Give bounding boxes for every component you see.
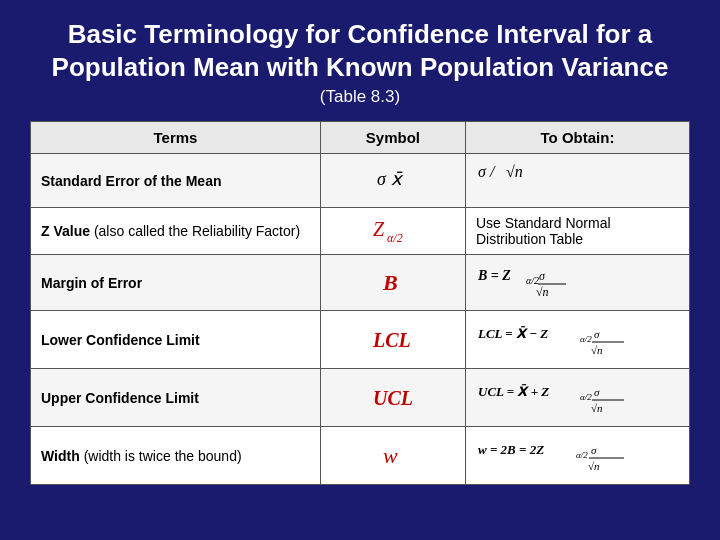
svg-text:w = 2B = 2Z: w = 2B = 2Z <box>478 442 544 457</box>
sigma-sqrt-n-icon: σ / √n <box>476 161 546 197</box>
term-cell: Margin of Error <box>31 255 321 311</box>
svg-text:Z: Z <box>373 218 385 240</box>
table-row: Standard Error of the Mean σ x̄ σ / √n <box>31 154 690 208</box>
terminology-table: Terms Symbol To Obtain: Standard Error o… <box>30 121 690 485</box>
svg-text:√n: √n <box>591 344 603 356</box>
symbol-cell: B <box>320 255 465 311</box>
svg-text:B = Z: B = Z <box>477 268 511 283</box>
slide-subtitle: (Table 8.3) <box>320 87 400 107</box>
z-alpha2-icon: Z α/2 <box>371 214 415 246</box>
obtain-cell: UCL = X̄ + Z α/2 σ √n <box>465 369 689 427</box>
svg-text:UCL = X̄ + Z: UCL = X̄ + Z <box>478 384 549 399</box>
UCL-formula-icon: UCL = X̄ + Z α/2 σ √n <box>476 376 636 416</box>
svg-text:σ: σ <box>539 269 546 283</box>
svg-text:√n: √n <box>591 402 603 414</box>
svg-text:√n: √n <box>588 460 600 472</box>
svg-text:w: w <box>383 443 398 468</box>
LCL-formula-icon: LCL = X̄ − Z α/2 σ √n <box>476 318 636 358</box>
obtain-cell: w = 2B = 2Z α/2 σ √n <box>465 427 689 485</box>
UCL-icon: UCL <box>371 381 415 411</box>
term-cell: Width (width is twice the bound) <box>31 427 321 485</box>
sigma-xbar-icon: σ x̄ <box>375 165 411 193</box>
svg-text:σ: σ <box>594 328 600 340</box>
term-cell: Z Value (also called the Reliability Fac… <box>31 208 321 255</box>
symbol-cell: UCL <box>320 369 465 427</box>
term-cell: Upper Confidence Limit <box>31 369 321 427</box>
svg-text:α/2: α/2 <box>576 450 588 460</box>
w-icon: w <box>381 439 405 469</box>
svg-text:α/2: α/2 <box>387 231 403 245</box>
term-cell: Lower Confidence Limit <box>31 311 321 369</box>
table-row: Margin of Error B B = Z α/2 σ √n <box>31 255 690 311</box>
table-row: Upper Confidence Limit UCL UCL = X̄ + Z … <box>31 369 690 427</box>
obtain-cell: σ / √n <box>465 154 689 208</box>
svg-text:σ /: σ / <box>478 163 496 180</box>
symbol-cell: Z α/2 <box>320 208 465 255</box>
table-row: Width (width is twice the bound) w w = 2… <box>31 427 690 485</box>
svg-text:σ: σ <box>377 169 387 189</box>
header-symbol: Symbol <box>320 122 465 154</box>
table-row: Z Value (also called the Reliability Fac… <box>31 208 690 255</box>
term-cell: Standard Error of the Mean <box>31 154 321 208</box>
w-formula-icon: w = 2B = 2Z α/2 σ √n <box>476 434 651 474</box>
svg-text:σ: σ <box>594 386 600 398</box>
header-terms: Terms <box>31 122 321 154</box>
svg-text:LCL: LCL <box>372 329 411 351</box>
obtain-cell: B = Z α/2 σ √n <box>465 255 689 311</box>
symbol-cell: w <box>320 427 465 485</box>
symbol-cell: σ x̄ <box>320 154 465 208</box>
svg-text:B: B <box>382 270 398 295</box>
svg-text:α/2: α/2 <box>580 392 592 402</box>
table-row: Lower Confidence Limit LCL LCL = X̄ − Z … <box>31 311 690 369</box>
svg-text:x̄: x̄ <box>391 169 404 189</box>
B-icon: B <box>381 266 405 296</box>
symbol-cell: LCL <box>320 311 465 369</box>
slide: Basic Terminology for Confidence Interva… <box>0 0 720 540</box>
obtain-cell: LCL = X̄ − Z α/2 σ √n <box>465 311 689 369</box>
obtain-text: Use Standard Normal Distribution Table <box>476 215 611 247</box>
svg-text:LCL = X̄ − Z: LCL = X̄ − Z <box>477 326 548 341</box>
svg-text:UCL: UCL <box>373 387 413 409</box>
B-formula-icon: B = Z α/2 σ √n <box>476 262 586 300</box>
svg-text:σ: σ <box>591 444 597 456</box>
header-obtain: To Obtain: <box>465 122 689 154</box>
LCL-icon: LCL <box>371 323 415 353</box>
svg-text:√n: √n <box>536 285 549 299</box>
obtain-cell: Use Standard Normal Distribution Table <box>465 208 689 255</box>
slide-title: Basic Terminology for Confidence Interva… <box>30 18 690 83</box>
svg-text:α/2: α/2 <box>580 334 592 344</box>
svg-text:√n: √n <box>506 163 523 180</box>
